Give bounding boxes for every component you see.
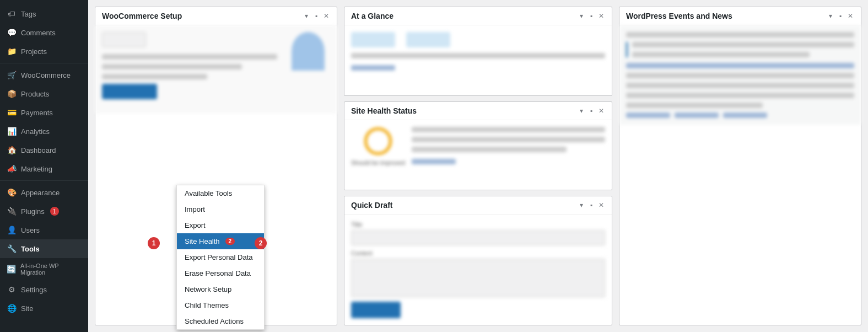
at-a-glance-minimize-btn[interactable]: ▪ bbox=[587, 12, 595, 20]
step-badge-1: 1 bbox=[148, 237, 160, 249]
sidebar-item-label: Tags bbox=[21, 10, 36, 18]
menu-item-available-tools[interactable]: Available Tools bbox=[177, 185, 264, 201]
sidebar-item-label: Appearance bbox=[21, 189, 60, 197]
sidebar-item-label: Projects bbox=[21, 47, 47, 56]
plugins-badge: 1 bbox=[50, 207, 59, 216]
site-health-header: Site Health Status ▾ ▪ ✕ bbox=[344, 102, 612, 120]
at-a-glance-title: At a Glance bbox=[351, 12, 393, 20]
sidebar-item-label: Analytics bbox=[21, 127, 50, 136]
sidebar-item-appearance[interactable]: 🎨 Appearance bbox=[0, 183, 88, 202]
menu-item-import[interactable]: Import bbox=[177, 201, 264, 217]
at-a-glance-controls: ▾ ▪ ✕ bbox=[578, 12, 605, 20]
site-health-card: Site Health Status ▾ ▪ ✕ Should be impro… bbox=[344, 101, 612, 191]
news-card: WordPress Events and News ▾ ▪ ✕ bbox=[619, 7, 861, 325]
sidebar-item-analytics[interactable]: 📊 Analytics bbox=[0, 122, 88, 141]
tools-dropdown-menu: Available Tools Import Export Site Healt… bbox=[176, 185, 265, 330]
sidebar-item-label: All-in-One WP Migration bbox=[20, 263, 82, 276]
woocommerce-card-body bbox=[95, 25, 337, 114]
marketing-icon: 📣 bbox=[7, 164, 17, 174]
at-a-glance-collapse-btn[interactable]: ▾ bbox=[578, 12, 585, 20]
sidebar-item-label: Dashboard bbox=[21, 146, 56, 154]
sidebar-item-tags[interactable]: 🏷 Tags bbox=[0, 4, 88, 23]
quick-draft-body: Title Content bbox=[344, 215, 612, 325]
sidebar-item-comments[interactable]: 💬 Comments bbox=[0, 23, 88, 42]
news-collapse-btn[interactable]: ▾ bbox=[827, 12, 834, 20]
sidebar-item-label: Users bbox=[21, 226, 40, 234]
woocommerce-collapse-btn[interactable]: ▾ bbox=[303, 12, 310, 20]
quick-draft-title: Quick Draft bbox=[351, 201, 392, 210]
woocommerce-close-btn[interactable]: ✕ bbox=[322, 12, 330, 20]
users-icon: 👤 bbox=[7, 225, 17, 235]
network-setup-label: Network Setup bbox=[185, 285, 231, 293]
site-health-body: Should be improved bbox=[344, 120, 612, 178]
quick-draft-card: Quick Draft ▾ ▪ ✕ Title Content bbox=[344, 196, 612, 325]
menu-item-scheduled-actions[interactable]: Scheduled Actions bbox=[177, 313, 264, 329]
sidebar-item-products[interactable]: 📦 Products bbox=[0, 84, 88, 103]
menu-item-export[interactable]: Export bbox=[177, 217, 264, 233]
sidebar-item-migration[interactable]: 🔄 All-in-One WP Migration bbox=[0, 258, 88, 280]
menu-item-child-themes[interactable]: Child Themes bbox=[177, 297, 264, 313]
sidebar-item-projects[interactable]: 📁 Projects bbox=[0, 42, 88, 61]
site-health-controls: ▾ ▪ ✕ bbox=[578, 107, 605, 115]
appearance-icon: 🎨 bbox=[7, 188, 17, 197]
sidebar-item-label: Settings bbox=[21, 286, 47, 294]
plugins-icon: 🔌 bbox=[7, 206, 17, 216]
dashboard-icon: 🏠 bbox=[7, 145, 17, 155]
site-icon: 🌐 bbox=[7, 303, 17, 313]
title-label: Title bbox=[351, 221, 605, 228]
available-tools-label: Available Tools bbox=[185, 189, 232, 197]
menu-item-erase-personal-data[interactable]: Erase Personal Data bbox=[177, 265, 264, 281]
quick-draft-controls: ▾ ▪ ✕ bbox=[578, 201, 605, 209]
at-a-glance-close-btn[interactable]: ✕ bbox=[597, 12, 605, 20]
sidebar-item-label: Products bbox=[21, 90, 49, 98]
import-label: Import bbox=[185, 205, 205, 213]
sidebar-item-label: Site bbox=[21, 304, 33, 313]
sidebar-divider bbox=[0, 180, 88, 181]
sidebar-divider bbox=[0, 63, 88, 63]
sidebar-item-plugins[interactable]: 🔌 Plugins 1 bbox=[0, 202, 88, 221]
quick-draft-close-btn[interactable]: ✕ bbox=[597, 201, 605, 209]
site-health-badge: 2 bbox=[225, 238, 235, 245]
analytics-icon: 📊 bbox=[7, 126, 17, 136]
news-card-controls: ▾ ▪ ✕ bbox=[827, 12, 854, 20]
sidebar-item-settings[interactable]: ⚙ Settings bbox=[0, 280, 88, 299]
sidebar-item-marketing[interactable]: 📣 Marketing bbox=[0, 159, 88, 178]
quick-draft-collapse-btn[interactable]: ▾ bbox=[578, 201, 585, 209]
at-a-glance-body bbox=[344, 25, 612, 79]
woocommerce-minimize-btn[interactable]: ▪ bbox=[312, 12, 320, 20]
export-label: Export bbox=[185, 221, 206, 229]
site-health-title: Site Health Status bbox=[351, 106, 417, 115]
sidebar-item-dashboard[interactable]: 🏠 Dashboard bbox=[0, 141, 88, 159]
woocommerce-card-header: WooCommerce Setup ▾ ▪ ✕ bbox=[95, 7, 337, 25]
main-content: Available Tools Import Export Site Healt… bbox=[88, 0, 868, 332]
sidebar-item-users[interactable]: 👤 Users bbox=[0, 221, 88, 239]
news-close-btn[interactable]: ✕ bbox=[847, 12, 854, 20]
sidebar-item-woocommerce[interactable]: 🛒 WooCommerce bbox=[0, 66, 88, 84]
woocommerce-card-controls: ▾ ▪ ✕ bbox=[303, 12, 330, 20]
site-health-collapse-btn[interactable]: ▾ bbox=[578, 107, 585, 115]
site-health-status: Should be improved bbox=[351, 159, 405, 166]
products-icon: 📦 bbox=[7, 89, 17, 99]
menu-item-site-health[interactable]: Site Health 2 bbox=[177, 233, 264, 249]
sidebar-item-label: Marketing bbox=[21, 165, 52, 173]
news-minimize-btn[interactable]: ▪ bbox=[837, 12, 844, 20]
child-themes-label: Child Themes bbox=[185, 301, 229, 309]
column-2: At a Glance ▾ ▪ ✕ Site Health Status bbox=[344, 7, 612, 325]
news-card-title: WordPress Events and News bbox=[626, 12, 732, 20]
sidebar-item-tools[interactable]: 🔧 Tools bbox=[0, 239, 88, 258]
sidebar-item-label: Tools bbox=[21, 245, 40, 253]
at-a-glance-card: At a Glance ▾ ▪ ✕ bbox=[344, 7, 612, 96]
menu-item-network-setup[interactable]: Network Setup bbox=[177, 281, 264, 297]
sidebar-item-site[interactable]: 🌐 Site bbox=[0, 299, 88, 318]
site-health-minimize-btn[interactable]: ▪ bbox=[587, 107, 595, 115]
menu-item-export-personal-data[interactable]: Export Personal Data bbox=[177, 249, 264, 265]
scheduled-actions-label: Scheduled Actions bbox=[185, 317, 244, 325]
projects-icon: 📁 bbox=[7, 46, 17, 56]
tags-icon: 🏷 bbox=[7, 9, 17, 19]
tools-icon: 🔧 bbox=[7, 244, 17, 254]
quick-draft-minimize-btn[interactable]: ▪ bbox=[587, 201, 595, 209]
export-personal-data-label: Export Personal Data bbox=[185, 253, 253, 261]
sidebar-item-payments[interactable]: 💳 Payments bbox=[0, 103, 88, 122]
site-health-close-btn[interactable]: ✕ bbox=[597, 107, 605, 115]
sidebar-item-label: WooCommerce bbox=[21, 71, 71, 79]
